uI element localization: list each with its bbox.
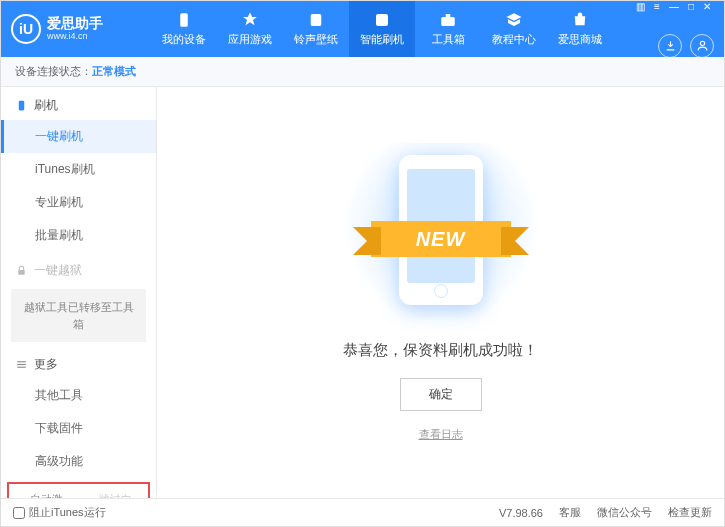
status-value: 正常模式 <box>92 64 136 79</box>
logo[interactable]: iU 爱思助手 www.i4.cn <box>11 14 151 44</box>
sidebar-item-advanced[interactable]: 高级功能 <box>1 445 156 478</box>
version-label: V7.98.66 <box>499 507 543 519</box>
svg-rect-1 <box>311 14 322 26</box>
sidebar-item-download-firmware[interactable]: 下载固件 <box>1 412 156 445</box>
app-url: www.i4.cn <box>47 32 103 42</box>
nav-apps-games[interactable]: 应用游戏 <box>217 1 283 57</box>
window-controls: ▥ ≡ — □ ✕ <box>633 1 714 12</box>
status-label: 设备连接状态： <box>15 64 92 79</box>
checkbox-block-itunes[interactable]: 阻止iTunes运行 <box>13 505 106 520</box>
lock-icon <box>15 264 28 277</box>
close-icon[interactable]: ✕ <box>700 1 714 12</box>
minimize-icon[interactable]: — <box>666 1 682 12</box>
nav-my-device[interactable]: 我的设备 <box>151 1 217 57</box>
sidebar: 刷机 一键刷机 iTunes刷机 专业刷机 批量刷机 一键越狱 越狱工具已转移至… <box>1 87 157 498</box>
new-ribbon: NEW <box>371 221 511 257</box>
ok-button[interactable]: 确定 <box>400 378 482 411</box>
success-illustration: NEW <box>341 143 541 323</box>
nav-toolbox[interactable]: 工具箱 <box>415 1 481 57</box>
menu-icon[interactable]: ▥ <box>633 1 648 12</box>
main-panel: NEW 恭喜您，保资料刷机成功啦！ 确定 查看日志 <box>157 87 724 498</box>
nav-tutorials[interactable]: 教程中心 <box>481 1 547 57</box>
sidebar-item-itunes-flash[interactable]: iTunes刷机 <box>1 153 156 186</box>
footer: 阻止iTunes运行 V7.98.66 客服 微信公众号 检查更新 <box>1 498 724 526</box>
nav-ringtones[interactable]: 铃声壁纸 <box>283 1 349 57</box>
svg-rect-8 <box>17 361 26 362</box>
svg-rect-9 <box>17 364 26 365</box>
footer-link-update[interactable]: 检查更新 <box>668 505 712 520</box>
svg-rect-7 <box>18 270 25 275</box>
svg-point-5 <box>700 41 704 45</box>
sidebar-item-other-tools[interactable]: 其他工具 <box>1 379 156 412</box>
logo-icon: iU <box>11 14 41 44</box>
svg-rect-3 <box>441 17 455 26</box>
maximize-icon[interactable]: □ <box>685 1 697 12</box>
footer-link-wechat[interactable]: 微信公众号 <box>597 505 652 520</box>
sidebar-section-more[interactable]: 更多 <box>1 346 156 379</box>
sidebar-item-batch-flash[interactable]: 批量刷机 <box>1 219 156 252</box>
app-name: 爱思助手 <box>47 16 103 31</box>
svg-rect-10 <box>17 367 26 368</box>
sidebar-item-pro-flash[interactable]: 专业刷机 <box>1 186 156 219</box>
nav-smart-flash[interactable]: 智能刷机 <box>349 1 415 57</box>
svg-rect-0 <box>180 13 188 27</box>
success-message: 恭喜您，保资料刷机成功啦！ <box>343 341 538 360</box>
phone-icon <box>15 99 28 112</box>
sidebar-section-jailbreak: 一键越狱 <box>1 252 156 285</box>
svg-rect-4 <box>446 14 451 17</box>
sidebar-item-oneclick-flash[interactable]: 一键刷机 <box>1 120 156 153</box>
titlebar: iU 爱思助手 www.i4.cn 我的设备 应用游戏 铃声壁纸 智能刷机 工具… <box>1 1 724 57</box>
footer-link-support[interactable]: 客服 <box>559 505 581 520</box>
svg-rect-2 <box>376 14 388 26</box>
svg-rect-6 <box>19 101 24 111</box>
profile-button[interactable] <box>690 34 714 58</box>
jailbreak-moved-notice[interactable]: 越狱工具已转移至工具箱 <box>11 289 146 342</box>
view-log-link[interactable]: 查看日志 <box>419 427 463 442</box>
tray-icon[interactable]: ≡ <box>651 1 663 12</box>
flash-options-box: 自动激活 跳过向导 <box>7 482 150 498</box>
download-button[interactable] <box>658 34 682 58</box>
statusbar: 设备连接状态： 正常模式 <box>1 57 724 87</box>
top-nav: 我的设备 应用游戏 铃声壁纸 智能刷机 工具箱 教程中心 爱思商城 <box>151 1 633 57</box>
nav-store[interactable]: 爱思商城 <box>547 1 613 57</box>
list-icon <box>15 358 28 371</box>
sidebar-section-flash[interactable]: 刷机 <box>1 87 156 120</box>
